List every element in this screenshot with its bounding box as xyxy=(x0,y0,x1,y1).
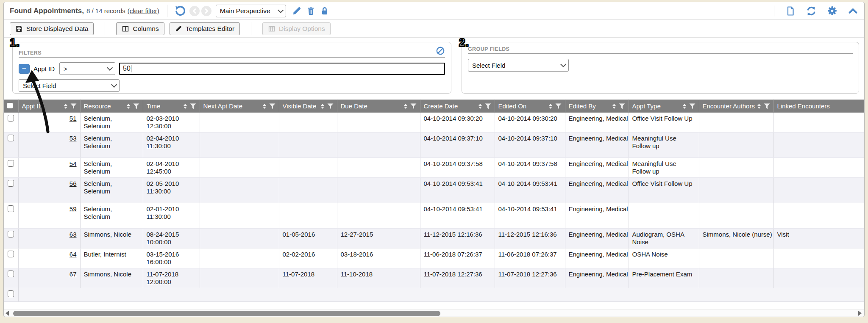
filter-funnel-icon[interactable] xyxy=(70,103,77,109)
sort-icon[interactable] xyxy=(683,104,686,109)
divider xyxy=(251,22,251,35)
sort-icon[interactable] xyxy=(127,104,130,109)
scroll-thumb[interactable] xyxy=(13,311,440,316)
row-checkbox[interactable] xyxy=(8,180,14,187)
sort-icon[interactable] xyxy=(404,104,407,109)
appt-id-link[interactable]: 54 xyxy=(70,160,77,167)
select-all-checkbox[interactable] xyxy=(7,103,13,108)
column-header-appt_id[interactable]: Appt ID xyxy=(18,100,80,113)
appt-id-link[interactable]: 59 xyxy=(70,205,77,213)
chevron-left-icon[interactable] xyxy=(189,6,200,16)
appt-id-link[interactable]: 56 xyxy=(70,180,77,187)
clear-filter-link[interactable]: (clear filter) xyxy=(128,7,159,14)
filter-funnel-icon[interactable] xyxy=(410,103,417,109)
perspective-select[interactable]: Main Perspective xyxy=(216,5,286,17)
column-header-appt_type[interactable]: Appt Type xyxy=(629,100,699,113)
lock-icon[interactable] xyxy=(320,6,329,16)
page-title: Found Appointments, xyxy=(10,7,84,15)
row-checkbox[interactable] xyxy=(8,290,14,297)
filter-funnel-icon[interactable] xyxy=(689,103,696,109)
empty-cell xyxy=(18,288,864,302)
templates-editor-button[interactable]: Templates Editor xyxy=(170,22,240,35)
row-checkbox[interactable] xyxy=(8,251,14,257)
column-header-edited_on[interactable]: Edited On xyxy=(495,100,565,113)
sort-icon[interactable] xyxy=(184,104,187,109)
scroll-left-arrow-icon[interactable] xyxy=(4,310,11,317)
sort-icon[interactable] xyxy=(64,104,67,109)
column-header-linked_encounters[interactable]: Linked Encounters xyxy=(773,100,864,113)
appt-id-link[interactable]: 64 xyxy=(70,251,77,258)
cell-resource: Selenium, Selenium xyxy=(80,158,143,178)
column-header-edited_by[interactable]: Edited By xyxy=(565,100,629,113)
chevron-right-icon[interactable] xyxy=(201,6,211,16)
refresh-icon[interactable] xyxy=(806,6,817,17)
appt-id-link[interactable]: 53 xyxy=(70,135,77,142)
table-row: 63Simmons, Nicole08-24-2015 10:00:0001-0… xyxy=(4,229,864,248)
chevron-up-icon[interactable] xyxy=(848,6,858,16)
pencil-icon[interactable] xyxy=(292,6,302,16)
column-label: Appt Type xyxy=(632,102,661,110)
filter-funnel-icon[interactable] xyxy=(764,103,770,109)
cell-due_date xyxy=(337,158,420,178)
select-all-header[interactable] xyxy=(4,100,18,113)
filter-funnel-icon[interactable] xyxy=(269,103,275,109)
save-icon xyxy=(15,25,23,33)
add-filter-field-select[interactable]: Select Field xyxy=(19,79,120,92)
cell-due_date xyxy=(337,203,420,229)
undo-icon[interactable] xyxy=(174,6,185,17)
sort-icon[interactable] xyxy=(612,104,616,109)
column-header-next_apt_date[interactable]: Next Apt Date xyxy=(200,100,279,113)
cell-edited_on: 04-10-2014 09:53:41 xyxy=(495,178,565,203)
store-displayed-data-button[interactable]: Store Displayed Data xyxy=(10,22,94,35)
filter-funnel-icon[interactable] xyxy=(485,103,491,109)
row-checkbox[interactable] xyxy=(8,115,14,121)
columns-button[interactable]: Columns xyxy=(116,22,164,35)
appt-id-link[interactable]: 63 xyxy=(70,231,77,238)
appt-id-link[interactable]: 51 xyxy=(70,115,77,122)
column-header-encounter_authors[interactable]: Encounter Authors xyxy=(699,100,773,113)
remove-filter-button[interactable]: − xyxy=(19,64,30,74)
cell-appt_type: Audiogram, OSHA Noise xyxy=(629,229,699,248)
filter-value-input[interactable]: 50 xyxy=(119,63,445,75)
column-header-visible_date[interactable]: Visible Date xyxy=(279,100,337,113)
sort-icon[interactable] xyxy=(479,104,482,109)
column-label: Linked Encounters xyxy=(777,102,830,110)
row-checkbox[interactable] xyxy=(8,205,14,212)
sort-icon[interactable] xyxy=(549,104,552,109)
trash-icon[interactable] xyxy=(306,6,316,16)
gear-icon[interactable] xyxy=(827,6,837,16)
filter-funnel-icon[interactable] xyxy=(133,103,139,109)
filter-funnel-icon[interactable] xyxy=(327,103,334,109)
cell-appt_id: 56 xyxy=(18,178,80,203)
cell-due_date: 12-27-2015 xyxy=(337,229,420,248)
sort-icon[interactable] xyxy=(263,104,266,109)
column-header-create_date[interactable]: Create Date xyxy=(420,100,495,113)
column-header-time[interactable]: Time xyxy=(143,100,200,113)
horizontal-scrollbar[interactable] xyxy=(4,309,864,317)
sort-icon[interactable] xyxy=(757,104,761,109)
cell-visible_date xyxy=(279,158,337,178)
divider xyxy=(105,22,105,35)
row-checkbox[interactable] xyxy=(8,271,14,277)
sort-icon[interactable] xyxy=(321,104,324,109)
cell-edited_by: Engineering, Medical xyxy=(565,268,629,288)
table-row: 51Selenium, Selenium02-03-2010 12:30:000… xyxy=(4,113,864,133)
document-icon[interactable] xyxy=(785,6,796,16)
filter-funnel-icon[interactable] xyxy=(190,103,196,109)
cell-create_date: 04-10-2014 09:30:20 xyxy=(420,113,495,133)
cell-due_date xyxy=(337,178,420,203)
cell-edited_on: 04-10-2014 09:53:41 xyxy=(495,203,565,229)
row-checkbox[interactable] xyxy=(8,160,14,167)
column-header-due_date[interactable]: Due Date xyxy=(337,100,420,113)
row-checkbox[interactable] xyxy=(8,231,14,237)
column-header-resource[interactable]: Resource xyxy=(80,100,143,113)
block-icon[interactable] xyxy=(436,46,445,55)
row-checkbox[interactable] xyxy=(8,135,14,141)
appt-id-link[interactable]: 67 xyxy=(70,271,77,278)
filter-funnel-icon[interactable] xyxy=(619,103,625,109)
table-header-row: Appt IDResourceTimeNext Apt DateVisible … xyxy=(4,100,864,113)
scroll-right-arrow-icon[interactable] xyxy=(857,310,863,317)
filter-operator-select[interactable]: > xyxy=(59,62,115,75)
filter-funnel-icon[interactable] xyxy=(555,103,562,109)
group-field-select[interactable]: Select Field xyxy=(468,59,569,72)
